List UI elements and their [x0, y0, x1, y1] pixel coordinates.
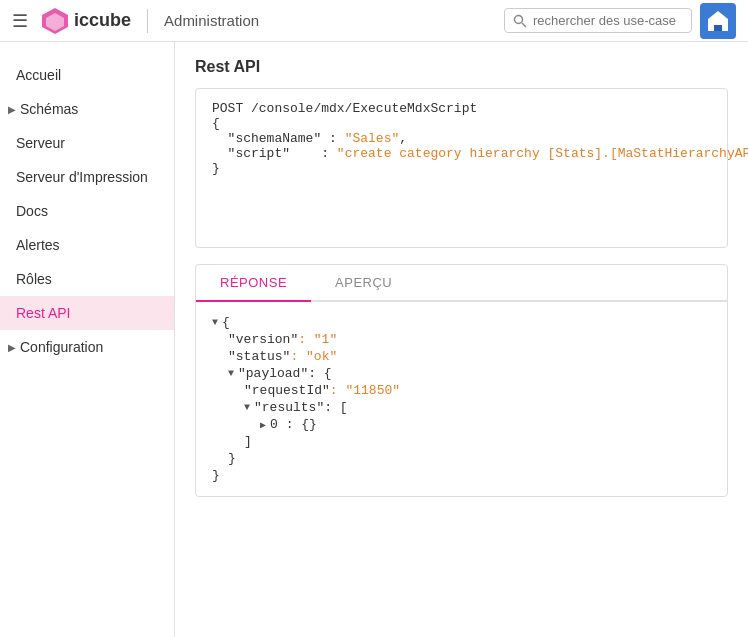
sidebar-label-rest-api: Rest API [16, 305, 70, 321]
response-container: RÉPONSE APERÇU { "version" : "1" "status… [195, 264, 728, 497]
json-root-close: } [212, 467, 711, 484]
schemas-arrow: ▶ [8, 104, 16, 115]
search-input[interactable] [533, 13, 683, 28]
json-root: { [212, 314, 711, 331]
sidebar-label-serveur: Serveur [16, 135, 65, 151]
root-open-brace: { [222, 315, 230, 330]
section-title: Rest API [195, 58, 728, 76]
requestid-val: : "11850" [330, 383, 400, 398]
sidebar-item-schemas[interactable]: ▶ Schémas [0, 92, 174, 126]
search-icon [513, 14, 527, 28]
configuration-arrow: ▶ [8, 342, 16, 353]
item0-toggle[interactable] [260, 419, 266, 431]
requestid-key: "requestId" [244, 383, 330, 398]
svg-line-3 [522, 23, 526, 27]
code-brace-open: { [212, 116, 220, 131]
sidebar-label-serveur-impression: Serveur d'Impression [16, 169, 148, 185]
root-close-brace: } [212, 468, 220, 483]
sidebar-label-docs: Docs [16, 203, 48, 219]
code-schemaname-val: "Sales" [345, 131, 400, 146]
sidebar-item-docs[interactable]: Docs [0, 194, 174, 228]
payload-toggle[interactable] [228, 368, 234, 379]
search-box[interactable] [504, 8, 692, 33]
sidebar-item-serveur[interactable]: Serveur [0, 126, 174, 160]
status-key: "status" [228, 349, 290, 364]
item0-val: 0 : {} [270, 417, 317, 432]
sidebar-item-roles[interactable]: Rôles [0, 262, 174, 296]
main-content: Rest API POST /console/mdx/ExecuteMdxScr… [175, 42, 748, 637]
body: Accueil ▶ Schémas Serveur Serveur d'Impr… [0, 42, 748, 637]
sidebar-item-alertes[interactable]: Alertes [0, 228, 174, 262]
sidebar-item-accueil[interactable]: Accueil [0, 58, 174, 92]
json-payload: "payload" : { [212, 365, 711, 382]
sidebar-label-schemas: Schémas [20, 101, 78, 117]
code-brace-close: } [212, 161, 220, 176]
response-content: { "version" : "1" "status" : "ok" "paylo… [196, 302, 727, 496]
json-status: "status" : "ok" [212, 348, 711, 365]
status-val: : "ok" [290, 349, 337, 364]
code-editor[interactable]: POST /console/mdx/ExecuteMdxScript { "sc… [195, 88, 728, 248]
tab-apercu[interactable]: APERÇU [311, 265, 416, 300]
payload-key: "payload" [238, 366, 308, 381]
json-results-close: ] [212, 433, 711, 450]
sidebar-item-serveur-impression[interactable]: Serveur d'Impression [0, 160, 174, 194]
results-close-bracket: ] [244, 434, 252, 449]
version-key: "version" [228, 332, 298, 347]
sidebar-item-configuration[interactable]: ▶ Configuration [0, 330, 174, 364]
sidebar-label-configuration: Configuration [20, 339, 103, 355]
header: ☰ iccube Administration [0, 0, 748, 42]
page-title: Administration [164, 12, 504, 29]
svg-rect-5 [714, 25, 722, 31]
version-val: : "1" [298, 332, 337, 347]
sidebar-label-alertes: Alertes [16, 237, 60, 253]
code-script-val: "create category hierarchy [Stats].[MaSt… [337, 146, 748, 161]
code-method: POST /console/mdx/ExecuteMdxScript [212, 101, 477, 116]
results-key: "results" [254, 400, 324, 415]
sidebar-label-roles: Rôles [16, 271, 52, 287]
home-icon[interactable] [700, 3, 736, 39]
logo-text: iccube [74, 10, 131, 31]
response-tabs: RÉPONSE APERÇU [196, 265, 727, 302]
json-payload-close: } [212, 450, 711, 467]
tab-reponse[interactable]: RÉPONSE [196, 265, 311, 302]
code-script-key: "script" [228, 146, 314, 161]
json-item-0: 0 : {} [212, 416, 711, 433]
json-requestid: "requestId" : "11850" [212, 382, 711, 399]
json-version: "version" : "1" [212, 331, 711, 348]
payload-open-brace: : { [308, 366, 331, 381]
root-toggle[interactable] [212, 317, 218, 328]
sidebar: Accueil ▶ Schémas Serveur Serveur d'Impr… [0, 42, 175, 637]
logo-icon [40, 6, 70, 36]
results-toggle[interactable] [244, 402, 250, 413]
payload-close-brace: } [228, 451, 236, 466]
logo: iccube [40, 6, 131, 36]
header-divider [147, 9, 148, 33]
sidebar-item-rest-api[interactable]: Rest API [0, 296, 174, 330]
menu-icon[interactable]: ☰ [12, 10, 28, 32]
json-results: "results" : [ [212, 399, 711, 416]
sidebar-label-accueil: Accueil [16, 67, 61, 83]
results-open-bracket: : [ [324, 400, 347, 415]
code-schemaname-key: "schemaName" [228, 131, 322, 146]
svg-point-2 [515, 15, 523, 23]
